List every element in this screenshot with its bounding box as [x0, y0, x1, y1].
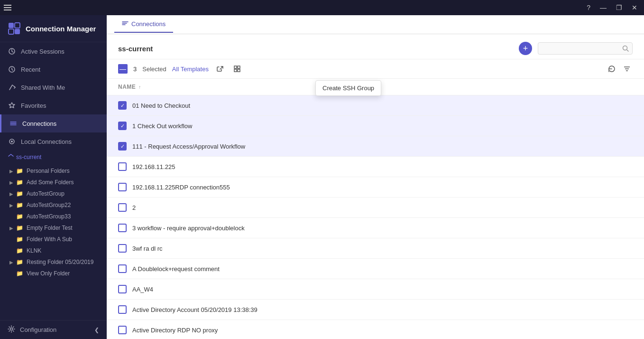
- sidebar-item-label-favorites: Favorites: [21, 102, 46, 109]
- app-container: Connection Manager Active Sessions Recen…: [0, 15, 644, 339]
- sidebar-item-label-shared-with-me: Shared With Me: [21, 84, 65, 91]
- connection-name: Active Directory Account 05/20/2019 13:3…: [132, 306, 258, 313]
- svg-rect-13: [238, 66, 240, 68]
- connection-row[interactable]: A Doublelock+request comment: [107, 259, 644, 279]
- tab-connections-icon: [122, 20, 129, 28]
- connection-row[interactable]: Active Directory RDP NO proxy: [107, 320, 644, 339]
- add-connection-button[interactable]: +: [519, 42, 532, 55]
- app-title: Connection Manager: [26, 25, 96, 33]
- tree-item-klnk[interactable]: 📁 KLNK: [0, 245, 107, 256]
- search-input[interactable]: [538, 42, 633, 55]
- checkbox-conn-7[interactable]: [118, 224, 127, 232]
- connection-name: 192.168.11.225RDP connection555: [132, 184, 230, 191]
- minimize-button[interactable]: —: [597, 3, 609, 12]
- tree-item-resting-folder[interactable]: ▶ 📁 Resting Folder 05/20/2019: [0, 256, 107, 268]
- sidebar-item-active-sessions[interactable]: Active Sessions: [0, 42, 107, 60]
- tree-item-add-some-folders[interactable]: ▶ 📁 Add Some Folders: [0, 177, 107, 188]
- maximize-button[interactable]: ❐: [613, 3, 625, 12]
- content-header: ss-current +: [107, 34, 644, 59]
- checkbox-conn-1[interactable]: ✓: [118, 101, 127, 110]
- folder-icon: 📁: [16, 190, 23, 197]
- connection-row[interactable]: 192.168.11.225: [107, 157, 644, 177]
- svg-rect-14: [234, 69, 237, 72]
- content-area: ss-current + — 3 Selected A: [107, 34, 644, 339]
- sidebar: Connection Manager Active Sessions Recen…: [0, 15, 107, 339]
- tree-item-ss-current[interactable]: ss-current: [0, 151, 107, 163]
- folder-icon: 📁: [16, 247, 23, 254]
- sidebar-item-favorites[interactable]: Favorites: [0, 96, 107, 114]
- shared-icon: [8, 83, 16, 92]
- svg-rect-2: [9, 29, 14, 34]
- hamburger-menu[interactable]: [4, 5, 11, 10]
- favorites-icon: [8, 101, 16, 110]
- expand-icon: ▶: [9, 180, 14, 185]
- checkbox-conn-3[interactable]: ✓: [118, 142, 127, 151]
- sort-ascending-icon: ↑: [138, 85, 141, 90]
- tree-item-auto-test-group22[interactable]: ▶ 📁 AutoTestGroup22: [0, 199, 107, 211]
- connection-row[interactable]: Active Directory Account 05/20/2019 13:3…: [107, 300, 644, 320]
- grid-view-button[interactable]: [231, 63, 243, 75]
- sidebar-item-shared-with-me[interactable]: Shared With Me: [0, 78, 107, 96]
- connection-row[interactable]: ✓ 1 Check Out workflow: [107, 116, 644, 136]
- connection-row[interactable]: ✓ 111 - Request Access/Approval Workflow: [107, 136, 644, 157]
- checkbox-conn-11[interactable]: [118, 305, 127, 314]
- connection-row[interactable]: 192.168.11.225RDP connection555: [107, 177, 644, 198]
- connection-row[interactable]: 2: [107, 198, 644, 218]
- sidebar-logo: Connection Manager: [0, 15, 107, 42]
- sidebar-item-label-local-connections: Local Connections: [21, 138, 72, 145]
- close-button[interactable]: ✕: [629, 3, 640, 12]
- filter-button[interactable]: [621, 63, 633, 75]
- active-sessions-icon: [8, 47, 16, 56]
- help-button[interactable]: ?: [584, 3, 593, 12]
- connection-name: 111 - Request Access/Approval Workflow: [132, 143, 245, 150]
- connection-name: Active Directory RDP NO proxy: [132, 327, 218, 334]
- checkbox-conn-6[interactable]: [118, 203, 127, 212]
- svg-rect-1: [15, 23, 20, 28]
- header-actions: +: [519, 42, 633, 55]
- connection-list: ✓ 01 Need to Checkout ✓ 1 Check Out work…: [107, 95, 644, 339]
- connection-name: 3wf ra dl rc: [132, 245, 163, 252]
- titlebar-left: [4, 5, 11, 10]
- tree-item-empty-folder-test[interactable]: ▶ 📁 Empty Folder Test: [0, 222, 107, 234]
- deselect-all-button[interactable]: —: [118, 64, 128, 74]
- sidebar-item-connections[interactable]: Connections: [0, 114, 107, 132]
- svg-point-8: [11, 141, 13, 142]
- titlebar-controls: ? — ❐ ✕: [584, 3, 640, 12]
- tree-item-folder-with-a-sub[interactable]: 📁 Folder With A Sub: [0, 234, 107, 245]
- tab-bar: Connections: [107, 15, 644, 34]
- tree-item-view-only-folder[interactable]: 📁 View Only Folder: [0, 268, 107, 279]
- expand-icon: ▶: [9, 191, 14, 197]
- app-logo-icon: [8, 22, 21, 35]
- checkbox-conn-8[interactable]: [118, 244, 127, 253]
- checkbox-conn-4[interactable]: [118, 162, 127, 171]
- checkbox-conn-9[interactable]: [118, 264, 127, 273]
- connection-name: 01 Need to Checkout: [132, 102, 190, 109]
- sidebar-item-local-connections[interactable]: Local Connections: [0, 132, 107, 151]
- expand-icon: ▶: [9, 260, 14, 265]
- svg-point-9: [10, 328, 13, 330]
- titlebar: ? — ❐ ✕: [0, 0, 644, 15]
- tree-item-auto-test-group33[interactable]: 📁 AutoTestGroup33: [0, 211, 107, 222]
- checkbox-conn-2[interactable]: ✓: [118, 122, 127, 130]
- main-content: Connections ss-current +: [107, 15, 644, 339]
- connection-row[interactable]: 3 workflow - require approval+doublelock: [107, 218, 644, 238]
- tree-item-personal-folders[interactable]: ▶ 📁 Personal Folders: [0, 165, 107, 177]
- connection-row[interactable]: 3wf ra dl rc: [107, 238, 644, 259]
- checkbox-conn-5[interactable]: [118, 183, 127, 191]
- checkbox-conn-12[interactable]: [118, 326, 127, 334]
- all-templates-link[interactable]: All Templates: [172, 66, 209, 73]
- sidebar-item-recent[interactable]: Recent: [0, 60, 107, 78]
- connections-icon: [9, 119, 18, 128]
- connection-name: AA_W4: [132, 286, 153, 293]
- tab-connections[interactable]: Connections: [114, 16, 173, 33]
- open-button[interactable]: [214, 63, 226, 75]
- ss-current-label: ss-current: [16, 154, 41, 160]
- ss-current-icon: [8, 153, 14, 161]
- tab-connections-label: Connections: [131, 20, 166, 28]
- tree-item-auto-test-group[interactable]: ▶ 📁 AutoTestGroup: [0, 188, 107, 199]
- connection-row[interactable]: ✓ 01 Need to Checkout: [107, 95, 644, 116]
- refresh-button[interactable]: [606, 63, 617, 75]
- connection-row[interactable]: AA_W4: [107, 279, 644, 300]
- configuration-item[interactable]: Configuration ❮: [0, 320, 107, 339]
- checkbox-conn-10[interactable]: [118, 285, 127, 293]
